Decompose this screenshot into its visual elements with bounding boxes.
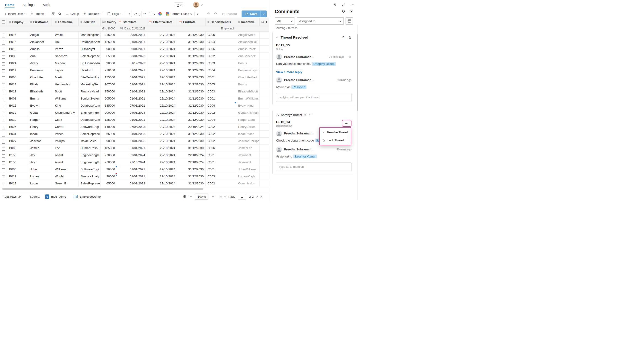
cell-effectivedate[interactable]: 22/10/2024 — [147, 159, 177, 166]
cell-jobtitle[interactable]: DatabaseAdm — [78, 102, 100, 109]
next-page-button[interactable]: > — [256, 195, 258, 198]
cell-firstname[interactable]: Jay — [28, 152, 53, 159]
cell-firstname[interactable]: Jackson — [28, 138, 53, 145]
column-header-departmentid[interactable]: ≡DepartmentID — [206, 18, 236, 25]
cell-incentive[interactable]: JayAnant — [236, 152, 260, 159]
import-button[interactable]: Import — [28, 11, 46, 17]
cell-salary[interactable]: 125000 — [100, 39, 117, 45]
column-header-salary[interactable]: 123Salary — [100, 18, 117, 25]
filter-button[interactable] — [50, 11, 56, 17]
cell-departmentid[interactable]: C006 — [206, 46, 236, 52]
cell-incentive[interactable]: ElizabethScott — [236, 88, 260, 95]
cell-jobtitle[interactable]: Sr. FinanceAn — [78, 60, 100, 67]
cell-salary[interactable]: 175000 — [100, 74, 117, 81]
cell-incentive[interactable]: BenjaminTaylo — [236, 67, 260, 74]
source-database[interactable]: SQL mde_demo — [45, 194, 66, 199]
cell-jobtitle[interactable]: FinanceHead — [78, 88, 100, 95]
cell-firstname[interactable]: Emma — [28, 95, 53, 102]
cell-firstname[interactable]: Elizabeth — [28, 88, 53, 95]
row-checkbox[interactable] — [2, 147, 5, 151]
cell-effectivedate[interactable]: 22/10/2024 — [147, 116, 177, 123]
cell-salary[interactable]: 20500 — [100, 166, 117, 173]
cell-salary[interactable]: 90000 — [100, 60, 117, 67]
cell-effectivedate[interactable]: 22/10/2024 — [147, 39, 177, 45]
cell-jobtitle[interactable]: SalesReprese — [78, 53, 100, 60]
cell-employeeid[interactable]: B009 — [7, 145, 28, 152]
cell-salary[interactable]: 65000 — [100, 180, 117, 187]
filter-assigned-dropdown[interactable]: Assigned to — [297, 17, 344, 25]
cell-salary[interactable]: 205000 — [100, 95, 117, 102]
cell-salary[interactable]: 140000 — [100, 124, 117, 130]
cell-salary[interactable]: 270000 — [100, 159, 117, 166]
cell-employeeid[interactable]: B001 — [7, 95, 28, 102]
cell-startdate[interactable]: 09/01/2021 — [117, 46, 147, 52]
more-options-icon[interactable]: ⋯ — [350, 4, 354, 6]
cell-jobtitle[interactable]: SiteReliability — [78, 74, 100, 81]
cell-firstname[interactable]: Charlotte — [28, 74, 53, 81]
cell-salary[interactable]: 90000 — [100, 138, 117, 145]
select-all-checkbox[interactable] — [2, 20, 5, 24]
cell-t[interactable] — [260, 31, 269, 38]
cell-effectivedate[interactable]: 22/10/2024 — [147, 88, 177, 95]
cell-departmentid[interactable]: C003 — [206, 60, 236, 67]
cell-t[interactable] — [260, 60, 269, 67]
discard-button[interactable]: ⊘ Discard — [220, 11, 239, 17]
row-checkbox[interactable] — [2, 91, 5, 94]
cell-enddate[interactable]: 31/12/2030 — [177, 180, 206, 187]
cell-t[interactable] — [260, 74, 269, 81]
cell-startdate[interactable]: 01/01/2022 — [117, 88, 147, 95]
cell-effectivedate[interactable]: 22/10/2024 — [147, 81, 177, 88]
cell-salary[interactable]: 125000 — [100, 116, 117, 123]
cell-salary[interactable]: 185000 — [100, 145, 117, 152]
cell-incentive[interactable]: EvelynKing — [236, 102, 260, 109]
cell-startdate[interactable]: 01/01/2021 — [117, 81, 147, 88]
reopen-thread-button[interactable]: ↺ — [342, 35, 344, 39]
cell-firstname[interactable]: Logan — [28, 173, 53, 180]
cell-salary[interactable]: 90000 — [100, 46, 117, 52]
lock-thread-button[interactable] — [348, 36, 352, 39]
cell-startdate[interactable]: 09/01/2021 — [117, 31, 147, 38]
cell-t[interactable] — [260, 102, 269, 109]
cell-firstname[interactable]: Amelia — [28, 46, 53, 52]
cell-employeeid[interactable]: B018 — [7, 88, 28, 95]
cell-enddate[interactable]: 31/12/2030 — [177, 81, 206, 88]
cell-employeeid[interactable]: B024 — [7, 60, 28, 67]
last-page-button[interactable]: >| — [260, 195, 262, 198]
zoom-out-button[interactable]: − — [189, 195, 192, 199]
expand-panel-icon[interactable] — [342, 3, 345, 7]
cell-incentive[interactable]: IsaacPrices — [236, 131, 260, 137]
cell-lastname[interactable]: Sanchez — [53, 53, 78, 60]
cell-t[interactable] — [260, 166, 269, 173]
cell-jobtitle[interactable]: EngineeringH — [78, 152, 100, 159]
redo-button[interactable]: ↷ — [212, 11, 219, 17]
cell-enddate[interactable]: 31/12/2030 — [177, 138, 206, 145]
cell-departmentid[interactable]: C002 — [206, 131, 236, 137]
cell-lastname[interactable]: Green B — [53, 180, 78, 187]
cell-enddate[interactable]: 31/12/2030 — [177, 74, 206, 81]
cell-enddate[interactable]: 31/12/2030 — [177, 173, 206, 180]
column-header-firstname[interactable]: ≡FirstName — [28, 18, 53, 25]
cell-effectivedate[interactable]: 22/10/2024 — [147, 60, 177, 67]
panel-scrollbar-thumb[interactable] — [357, 34, 358, 111]
horizontal-scrollbar[interactable] — [2, 188, 267, 190]
cell-enddate[interactable]: 31/12/2030 — [177, 145, 206, 152]
row-checkbox[interactable] — [2, 126, 5, 129]
cell-jobtitle[interactable]: HeadofIT — [78, 67, 100, 74]
cell-t[interactable] — [260, 53, 269, 60]
cell-departmentid[interactable]: C002 — [206, 180, 236, 187]
panel-scrollbar[interactable] — [357, 25, 358, 200]
column-header-t[interactable]: 1.2T — [260, 18, 269, 25]
row-checkbox[interactable] — [2, 55, 5, 59]
prev-page-button[interactable]: < — [224, 195, 226, 198]
cell-lastname[interactable]: Lee — [53, 145, 78, 152]
cell-effectivedate[interactable]: 22/10/2024 — [147, 67, 177, 74]
cell-employeeid[interactable]: B030 — [7, 53, 28, 60]
cell-employeeid[interactable]: B016 — [7, 102, 28, 109]
save-options-button[interactable] — [260, 10, 267, 17]
cell-departmentid[interactable]: C002 — [206, 109, 236, 116]
cell-enddate[interactable]: 22/10/2024 — [177, 159, 206, 166]
cell-lastname[interactable]: Scott — [53, 88, 78, 95]
cell-incentive[interactable]: CharlotteMart — [236, 74, 260, 81]
cell-firstname[interactable]: Jay — [28, 159, 53, 166]
cell-salary[interactable]: 207500 — [100, 81, 117, 88]
